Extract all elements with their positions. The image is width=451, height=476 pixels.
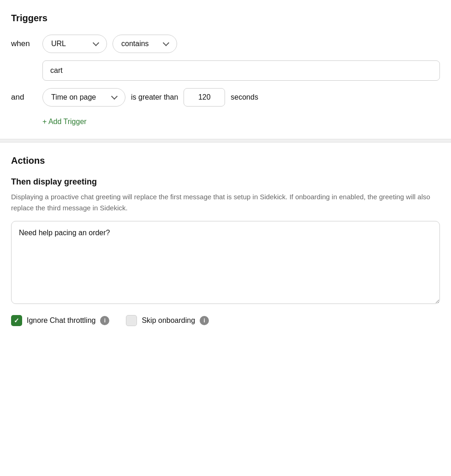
seconds-number-input[interactable]	[184, 88, 225, 107]
ignore-throttling-label: Ignore Chat throttling	[27, 316, 95, 325]
and-row: and Time on page is greater than seconds	[11, 88, 440, 107]
ignore-throttling-info-icon[interactable]: i	[100, 316, 109, 325]
url-dropdown-label: URL	[51, 40, 66, 48]
time-on-page-dropdown[interactable]: Time on page	[42, 88, 125, 107]
contains-dropdown[interactable]: contains	[113, 35, 177, 53]
seconds-label: seconds	[231, 93, 258, 101]
greeting-textarea[interactable]: Need help pacing an order?	[11, 221, 440, 304]
when-row: when URL contains	[11, 35, 440, 53]
triggers-section: Triggers when URL contains and Time on p…	[0, 0, 451, 139]
url-dropdown[interactable]: URL	[42, 35, 107, 53]
add-trigger-button[interactable]: + Add Trigger	[42, 116, 87, 128]
when-label: when	[11, 39, 37, 48]
ignore-throttling-item: ✓ Ignore Chat throttling i	[11, 315, 109, 326]
checkboxes-row: ✓ Ignore Chat throttling i Skip onboardi…	[11, 315, 440, 326]
time-dropdown-chevron-icon	[111, 93, 118, 100]
greeting-description: Displaying a proactive chat greeting wil…	[11, 191, 440, 214]
and-label: and	[11, 93, 37, 102]
url-text-input[interactable]	[42, 60, 440, 81]
ignore-throttling-checkbox[interactable]: ✓	[11, 315, 22, 326]
triggers-title: Triggers	[11, 13, 440, 24]
contains-dropdown-chevron-icon	[163, 40, 169, 46]
skip-onboarding-item: Skip onboarding i	[126, 315, 209, 326]
contains-dropdown-label: contains	[121, 40, 149, 48]
actions-title: Actions	[11, 155, 440, 166]
time-on-page-dropdown-label: Time on page	[51, 93, 96, 101]
url-dropdown-chevron-icon	[93, 40, 99, 46]
skip-onboarding-info-icon[interactable]: i	[200, 316, 209, 325]
checkmark-icon: ✓	[14, 317, 19, 324]
is-greater-than-label: is greater than	[131, 93, 178, 101]
then-display-greeting-label: Then display greeting	[11, 177, 440, 187]
actions-section: Actions Then display greeting Displaying…	[0, 143, 451, 341]
section-divider	[0, 139, 451, 143]
skip-onboarding-checkbox[interactable]	[126, 315, 137, 326]
url-input-row	[42, 60, 440, 81]
skip-onboarding-label: Skip onboarding	[142, 316, 195, 325]
